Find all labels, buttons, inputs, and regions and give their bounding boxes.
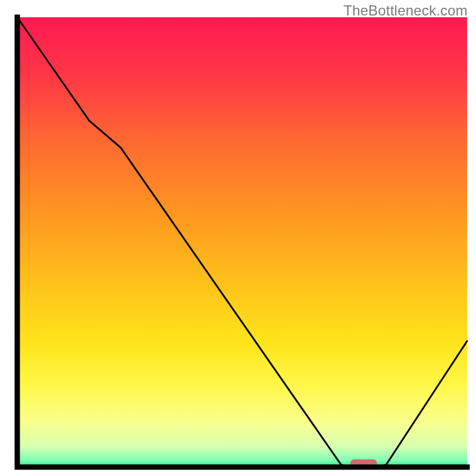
- watermark-text: TheBottleneck.com: [343, 2, 468, 19]
- chart-canvas: [0, 0, 476, 476]
- bottleneck-chart: TheBottleneck.com: [0, 0, 476, 476]
- plot-background: [17, 17, 467, 467]
